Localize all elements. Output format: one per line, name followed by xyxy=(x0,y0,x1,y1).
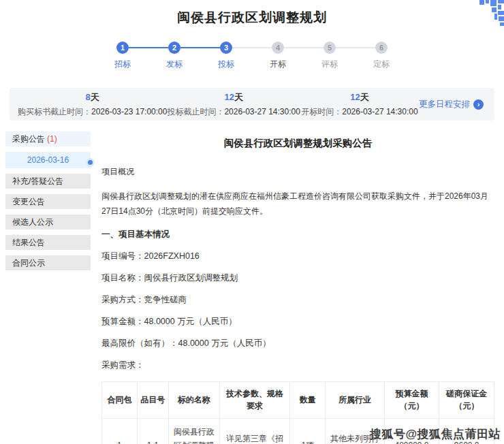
field-project-number-value: 2026FZXH016 xyxy=(144,251,200,261)
header-contract-package: 合同包 xyxy=(102,381,138,418)
step-4-label: 开标 xyxy=(270,59,286,70)
step-zhaobiao: 1 招标 xyxy=(97,42,148,70)
step-fabiao: 2 发标 xyxy=(148,42,200,70)
header-subject-name: 标的名称 xyxy=(168,381,219,418)
step-2-circle: 2 xyxy=(168,42,180,54)
schedule-open-days-number: 12 xyxy=(350,92,360,102)
step-1-label: 招标 xyxy=(114,59,131,70)
field-budget-amount-value: 48.0000 万元（人民币） xyxy=(144,317,237,326)
header-industry: 所属行业 xyxy=(326,381,384,418)
schedule-open-days-unit: 天 xyxy=(360,92,369,102)
field-project-name-value: 闽侯县行政区划调整规划 xyxy=(144,273,238,283)
field-procurement-method-value: 竞争性磋商 xyxy=(144,295,187,304)
sidebar-item-result-notice[interactable]: 结果公告 xyxy=(5,235,91,250)
step-3-circle: 3 xyxy=(220,42,232,54)
announcement-body: 闽侯县行政区划调整规划采购公告 项目概况 闽侯县行政区划调整规划的潜在供应商应在… xyxy=(91,131,504,444)
field-project-number: 项目编号：2026FZXH016 xyxy=(101,251,494,262)
overview-heading: 项目概况 xyxy=(101,164,494,179)
step-3-label: 投标 xyxy=(218,59,234,70)
step-5-circle: 5 xyxy=(324,42,336,54)
step-4-circle: 4 xyxy=(272,42,284,54)
header-budget: 预算金额 （元） xyxy=(384,381,439,418)
sidebar-item-procurement-notice[interactable]: 采购公告(1) xyxy=(5,131,91,146)
header-quantity: 数量 xyxy=(290,381,326,418)
cell-tech-specs: 详见第三章《招标内容及要求》 xyxy=(219,418,290,444)
schedule-buy-when: 购买标书截止时间：2026-03-23 17:00:00 xyxy=(18,106,167,118)
schedule-open-time-value: 2026-03-27 14:30:00 xyxy=(342,107,418,116)
sidebar-item-change-notice[interactable]: 变更公告 xyxy=(5,194,91,209)
announcement-title: 闽侯县行政区划调整规划采购公告 xyxy=(101,137,494,150)
schedule-buy-deadline: 8天 购买标书截止时间：2026-03-23 17:00:00 xyxy=(18,91,167,118)
header-item-number: 品目号 xyxy=(137,381,168,418)
schedule-open-when: 开标时间：2026-03-27 14:30:00 xyxy=(300,106,419,118)
schedule-open-time: 12天 开标时间：2026-03-27 14:30:00 xyxy=(300,91,419,118)
field-budget-amount-label: 预算金额： xyxy=(101,317,144,326)
page-title: 闽侯县行政区划调整规划 xyxy=(0,0,504,27)
field-price-ceiling-label: 最高限价（如有）： xyxy=(101,338,178,348)
sidebar-item-candidate-publicity[interactable]: 候选人公示 xyxy=(5,215,91,229)
step-pingbiao: 5 评标 xyxy=(304,42,356,70)
step-5-label: 评标 xyxy=(321,59,338,70)
process-stepper: 1 招标 2 发标 3 投标 4 开标 5 评标 6 定标 xyxy=(0,42,504,70)
sidebar-item-notice-date[interactable]: 2026-03-16 xyxy=(5,152,91,168)
sohu-watermark: 搜狐号@搜狐焦点莆田站 xyxy=(370,426,501,442)
section1-heading: 一、项目基本情况 xyxy=(101,229,494,240)
step-6-circle: 6 xyxy=(375,42,388,54)
sidebar-item-supplement-notice[interactable]: 补充/答疑公告 xyxy=(5,174,91,189)
cell-quantity: 1项 xyxy=(290,418,326,444)
sidebar-item-label: 采购公告 xyxy=(12,134,45,144)
content-area: 采购公告(1) 2026-03-16 补充/答疑公告 变更公告 候选人公示 结果… xyxy=(0,131,504,444)
schedule-bid-time: 2026-03-27 14:30:00 xyxy=(224,107,300,116)
schedule-bar: 8天 购买标书截止时间：2026-03-23 17:00:00 12天 投标截止… xyxy=(10,88,494,121)
more-schedule-link[interactable]: 更多日程安排 › xyxy=(419,99,486,110)
schedule-buy-days-unit: 天 xyxy=(91,92,99,102)
cell-subject-name: 闽侯县行政区划调整规划 xyxy=(168,418,219,444)
field-budget-amount: 预算金额：48.0000 万元（人民币） xyxy=(101,316,494,328)
sidebar-item-contract-publicity[interactable]: 合同公示 xyxy=(5,255,91,270)
header-tech-specs: 技术参数、规格要求 xyxy=(219,381,290,418)
field-project-name: 项目名称：闽侯县行政区划调整规划 xyxy=(101,272,494,284)
schedule-bid-days: 12天 xyxy=(167,91,300,104)
schedule-buy-days-number: 8 xyxy=(86,92,91,102)
timeline-dot xyxy=(88,160,93,165)
table-header-row: 合同包 品目号 标的名称 技术参数、规格要求 数量 所属行业 预算金额 （元） … xyxy=(102,381,494,418)
announcement-type-sidebar: 采购公告(1) 2026-03-16 补充/答疑公告 变更公告 候选人公示 结果… xyxy=(5,131,91,444)
more-schedule-label: 更多日程安排 xyxy=(419,99,470,110)
step-2-label: 发标 xyxy=(166,59,183,70)
cell-item-number: 1-1 xyxy=(137,418,168,444)
schedule-buy-time: 2026-03-23 17:00:00 xyxy=(91,107,167,116)
schedule-bid-days-unit: 天 xyxy=(234,92,243,102)
field-price-ceiling-value: 48.0000 万元（人民币） xyxy=(178,338,271,348)
header-deposit: 磋商保证金 （元） xyxy=(439,381,494,418)
field-project-number-label: 项目编号： xyxy=(101,251,144,261)
notice-count-badge: (1) xyxy=(47,134,57,144)
schedule-bid-days-number: 12 xyxy=(224,92,234,102)
chevron-right-circle-icon: › xyxy=(473,99,484,110)
cell-contract-package: 1 xyxy=(102,418,138,444)
field-procurement-method-label: 采购方式： xyxy=(101,295,144,304)
field-price-ceiling: 最高限价（如有）：48.0000 万元（人民币） xyxy=(101,338,494,349)
step-1-circle: 1 xyxy=(116,42,129,54)
field-procurement-method: 采购方式：竞争性磋商 xyxy=(101,294,494,306)
schedule-buy-days: 8天 xyxy=(18,91,167,104)
schedule-bid-when: 投标截止时间：2026-03-27 14:30:00 xyxy=(167,106,300,118)
demand-heading: 采购需求： xyxy=(101,360,494,371)
schedule-bid-deadline: 12天 投标截止时间：2026-03-27 14:30:00 xyxy=(167,91,300,118)
schedule-buy-label: 购买标书截止时间： xyxy=(18,107,91,116)
qr-code-corner-logo xyxy=(474,0,504,26)
overview-text: 闽侯县行政区划调整规划的潜在供应商应在福州信豪工程造价咨询有限公司获取采购文件，… xyxy=(101,189,494,219)
step-kaibiao: 4 开标 xyxy=(252,42,304,70)
step-6-label: 定标 xyxy=(373,59,390,70)
step-dingbiao: 6 定标 xyxy=(356,42,407,70)
schedule-open-days: 12天 xyxy=(300,91,419,104)
step-toubiao: 3 投标 xyxy=(200,42,252,70)
field-project-name-label: 项目名称： xyxy=(101,273,144,283)
schedule-bid-label: 投标截止时间： xyxy=(167,107,224,116)
schedule-open-label: 开标时间： xyxy=(301,107,342,116)
qr-code-icon xyxy=(474,0,504,26)
